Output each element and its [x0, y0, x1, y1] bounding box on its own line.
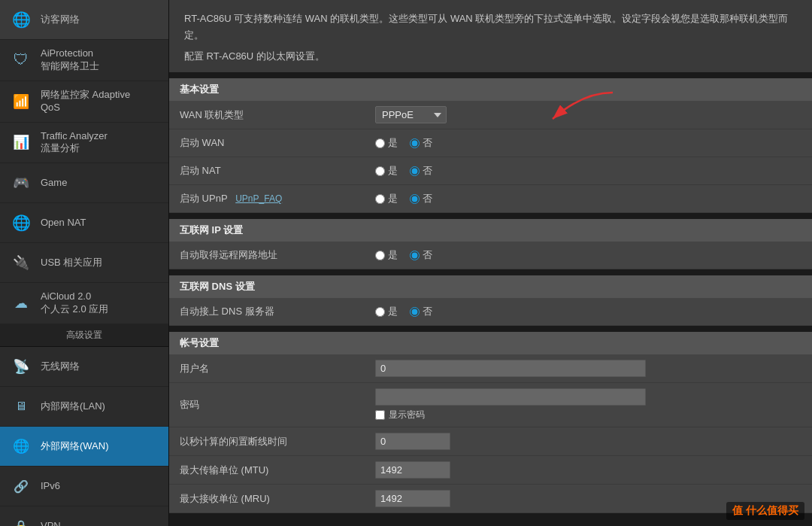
- upnp-faq-link[interactable]: UPnP_FAQ: [235, 193, 282, 204]
- sidebar-item-label-usb: USB 相关应用: [41, 257, 102, 269]
- mru-input[interactable]: [375, 490, 450, 507]
- idle-time-row: 以秒计算的闲置断线时间: [169, 427, 812, 456]
- enable-upnp-label-cell: 启动 UPnP UPnP_FAQ: [169, 185, 365, 213]
- password-label: 密码: [169, 383, 365, 427]
- enable-upnp-label: 启动 UPnP: [180, 193, 227, 204]
- sidebar-item-label-ipv6: IPv6: [41, 480, 60, 493]
- chart-icon: 📊: [9, 130, 33, 154]
- vpn-icon: 🔒: [9, 514, 33, 526]
- show-password-text: 显示密码: [389, 409, 425, 421]
- advanced-section-title: 高级设置: [0, 324, 168, 347]
- username-label: 用户名: [169, 354, 365, 383]
- password-value-cell: 显示密码: [365, 383, 812, 427]
- network-icon: 📶: [9, 90, 33, 114]
- username-row: 用户名: [169, 354, 812, 383]
- sidebar-item-aicloud[interactable]: ☁ AiCloud 2.0个人云 2.0 应用: [0, 283, 168, 324]
- show-password-checkbox[interactable]: [375, 410, 385, 420]
- auto-dns-no-radio[interactable]: [410, 307, 420, 317]
- account-settings-table: 用户名 密码 显示密码 以秒计算的闲置: [169, 354, 812, 513]
- open-nat-icon: 🌐: [9, 211, 33, 235]
- enable-wan-yes-option[interactable]: 是: [375, 136, 398, 150]
- enable-upnp-value-cell: 是 否: [365, 185, 812, 213]
- dns-settings-header: 互联网 DNS 设置: [169, 275, 812, 298]
- wan-type-select[interactable]: PPPoE 自动取得IP 静态IP PPTP L2TP: [375, 106, 447, 123]
- sidebar-item-adaptive-qos[interactable]: 📶 网络监控家 AdaptiveQoS: [0, 81, 168, 123]
- dns-settings-table: 自动接上 DNS 服务器 是 否: [169, 298, 812, 326]
- account-settings-section: 帐号设置 用户名 密码 显示密码: [169, 332, 812, 513]
- enable-nat-value-cell: 是 否: [365, 157, 812, 185]
- auto-ip-no-option[interactable]: 否: [410, 248, 432, 262]
- mtu-row: 最大传输单位 (MTU): [169, 456, 812, 485]
- sidebar: 🌐 访客网络 🛡 AiProtection智能网络卫士 📶 网络监控家 Adap…: [0, 0, 169, 526]
- enable-nat-label: 启动 NAT: [169, 157, 365, 185]
- cloud-icon: ☁: [9, 291, 33, 315]
- sidebar-item-vpn[interactable]: 🔒 VPN: [0, 506, 168, 526]
- password-wrapper: 显示密码: [375, 388, 801, 421]
- usb-icon: 🔌: [9, 251, 33, 275]
- description-line2: 配置 RT-AC86U 的以太网设置。: [184, 48, 797, 65]
- sidebar-item-open-nat[interactable]: 🌐 Open NAT: [0, 203, 168, 243]
- enable-nat-yes-radio[interactable]: [375, 166, 385, 176]
- auto-ip-yes-radio[interactable]: [375, 251, 385, 260]
- ipv6-icon: 🔗: [9, 474, 33, 498]
- username-input[interactable]: [375, 360, 646, 377]
- sidebar-item-label-wireless: 无线网络: [41, 360, 80, 373]
- enable-upnp-row: 启动 UPnP UPnP_FAQ 是 否: [169, 185, 812, 213]
- enable-nat-no-option[interactable]: 否: [410, 164, 432, 178]
- mtu-input[interactable]: [375, 461, 450, 479]
- enable-wan-value-cell: 是 否: [365, 129, 812, 157]
- password-row: 密码 显示密码: [169, 383, 812, 427]
- enable-nat-yes-option[interactable]: 是: [375, 164, 398, 178]
- idle-time-input[interactable]: [375, 433, 450, 450]
- sidebar-item-wan[interactable]: 🌐 外部网络(WAN): [0, 427, 168, 467]
- auto-ip-row: 自动取得远程网路地址 是 否: [169, 242, 812, 269]
- mru-row: 最大接收单位 (MRU): [169, 485, 812, 513]
- mtu-value-cell: [365, 456, 812, 485]
- auto-dns-value-cell: 是 否: [365, 298, 812, 326]
- ip-settings-header: 互联网 IP 设置: [169, 219, 812, 242]
- enable-nat-radio-group: 是 否: [375, 164, 801, 178]
- enable-upnp-no-option[interactable]: 否: [410, 192, 432, 205]
- sidebar-item-label-game: Game: [41, 177, 67, 190]
- wan-type-value-cell: PPPoE 自动取得IP 静态IP PPTP L2TP: [365, 101, 812, 129]
- auto-ip-yes-option[interactable]: 是: [375, 248, 398, 262]
- auto-ip-label: 自动取得远程网路地址: [169, 242, 365, 269]
- enable-wan-no-option[interactable]: 否: [410, 136, 432, 150]
- sidebar-item-usb[interactable]: 🔌 USB 相关应用: [0, 243, 168, 283]
- enable-wan-label: 启动 WAN: [169, 129, 365, 157]
- main-content: RT-AC86U 可支持数种连结 WAN 的联机类型。这些类型可从 WAN 联机…: [169, 0, 812, 526]
- sidebar-item-label-aiprotection: AiProtection智能网络卫士: [41, 47, 99, 73]
- sidebar-item-ipv6[interactable]: 🔗 IPv6: [0, 467, 168, 506]
- enable-upnp-yes-option[interactable]: 是: [375, 192, 398, 205]
- dns-settings-section: 互联网 DNS 设置 自动接上 DNS 服务器 是 否: [169, 275, 812, 326]
- enable-upnp-no-radio[interactable]: [410, 194, 420, 204]
- wan-type-row: WAN 联机类型 PPPoE 自动取得IP 静态IP PPTP L2TP: [169, 101, 812, 129]
- enable-wan-no-radio[interactable]: [410, 138, 420, 148]
- sidebar-item-label-aicloud: AiCloud 2.0个人云 2.0 应用: [41, 290, 108, 316]
- basic-settings-section: 基本设置 WAN 联机类型 PPPoE 自动取得IP 静态IP PPTP L2T…: [169, 78, 812, 213]
- enable-nat-no-radio[interactable]: [410, 166, 420, 176]
- sidebar-item-label-traffic: Traffic Analyzer流量分析: [41, 130, 108, 156]
- mru-label: 最大接收单位 (MRU): [169, 485, 365, 513]
- wan-icon: 🌐: [9, 434, 33, 458]
- account-settings-header: 帐号设置: [169, 332, 812, 354]
- mtu-label: 最大传输单位 (MTU): [169, 456, 365, 485]
- sidebar-item-wireless[interactable]: 📡 无线网络: [0, 347, 168, 387]
- sidebar-item-lan[interactable]: 🖥 内部网络(LAN): [0, 387, 168, 427]
- auto-dns-yes-option[interactable]: 是: [375, 305, 398, 318]
- basic-settings-table: WAN 联机类型 PPPoE 自动取得IP 静态IP PPTP L2TP 启动 …: [169, 101, 812, 213]
- auto-dns-yes-radio[interactable]: [375, 307, 385, 317]
- sidebar-item-guest-network[interactable]: 🌐 访客网络: [0, 0, 168, 40]
- show-password-label[interactable]: 显示密码: [375, 409, 801, 421]
- sidebar-item-aiprotection[interactable]: 🛡 AiProtection智能网络卫士: [0, 40, 168, 81]
- auto-dns-no-option[interactable]: 否: [410, 305, 432, 318]
- sidebar-item-traffic-analyzer[interactable]: 📊 Traffic Analyzer流量分析: [0, 123, 168, 164]
- auto-ip-no-radio[interactable]: [410, 251, 420, 260]
- auto-dns-radio-group: 是 否: [375, 305, 801, 318]
- sidebar-item-game[interactable]: 🎮 Game: [0, 163, 168, 203]
- enable-upnp-yes-radio[interactable]: [375, 194, 385, 204]
- password-input[interactable]: [375, 388, 646, 406]
- game-icon: 🎮: [9, 171, 33, 195]
- enable-wan-yes-radio[interactable]: [375, 138, 385, 148]
- sidebar-item-label-wan: 外部网络(WAN): [41, 440, 109, 453]
